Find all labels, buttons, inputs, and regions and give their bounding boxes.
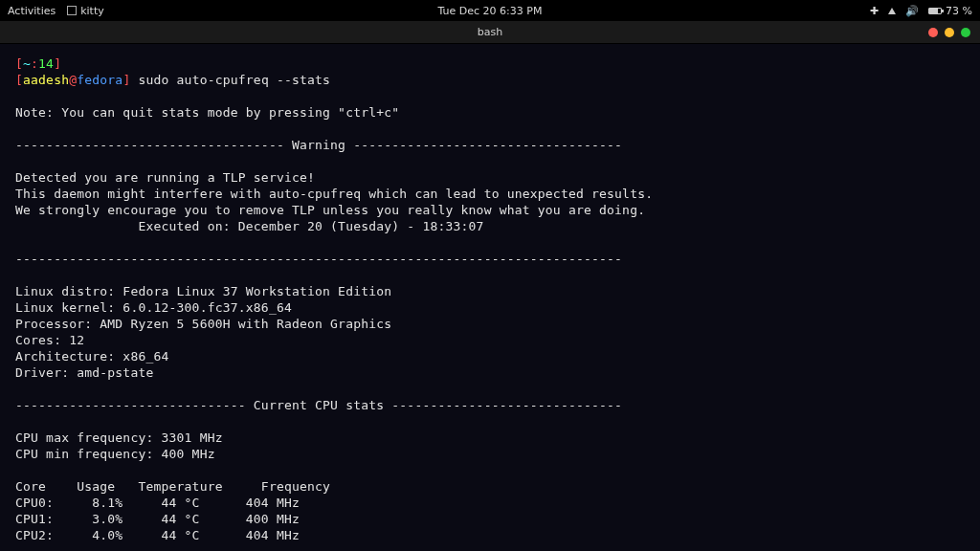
table-row: CPU2: 4.0% 44 °C 404 MHz xyxy=(15,528,300,542)
output-line: Linux kernel: 6.0.12-300.fc37.x86_64 xyxy=(15,300,292,315)
app-menu[interactable]: kitty xyxy=(67,5,104,17)
output-line: Note: You can quit stats mode by pressin… xyxy=(15,105,399,120)
battery-icon xyxy=(928,8,942,14)
table-row: CPU1: 3.0% 44 °C 400 MHz xyxy=(15,512,300,526)
output-line: ----------------------------------------… xyxy=(15,252,622,266)
gnome-topbar: Activities kitty Tue Dec 20 6:33 PM ✚ 🔊 … xyxy=(0,0,980,21)
output-line: CPU max frequency: 3301 MHz xyxy=(15,430,223,445)
prompt-tilde: ~ xyxy=(23,56,31,71)
prompt-history: 14 xyxy=(38,56,54,71)
network-icon xyxy=(888,8,896,14)
output-line: ----------------------------------- Warn… xyxy=(15,138,622,152)
prompt-host: fedora xyxy=(77,73,122,87)
window-titlebar: bash xyxy=(0,21,980,44)
prompt-bracket: [ xyxy=(15,56,23,71)
terminal[interactable]: [~:14] [aadesh@fedora] sudo auto-cpufreq… xyxy=(0,44,980,551)
app-icon xyxy=(67,6,77,15)
output-line: Executed on: December 20 (Tuesday) - 18:… xyxy=(15,219,484,233)
volume-icon: 🔊 xyxy=(905,5,919,17)
output-line: Linux distro: Fedora Linux 37 Workstatio… xyxy=(15,284,391,298)
output-line: Processor: AMD Ryzen 5 5600H with Radeon… xyxy=(15,317,391,331)
output-line: Architecture: x86_64 xyxy=(15,349,169,364)
window-controls xyxy=(928,28,970,37)
accessibility-icon: ✚ xyxy=(870,5,879,17)
output-line: We strongly encourage you to remove TLP … xyxy=(15,203,645,217)
prompt-user: aadesh xyxy=(23,73,69,87)
battery-percent: 73 % xyxy=(946,5,972,17)
prompt-bracket: [ xyxy=(15,73,23,87)
app-name: kitty xyxy=(80,5,104,17)
output-line: Detected you are running a TLP service! xyxy=(15,170,315,185)
prompt-bracket: ] xyxy=(54,56,61,71)
activities-button[interactable]: Activities xyxy=(8,5,56,17)
output-line: CPU min frequency: 400 MHz xyxy=(15,447,215,461)
battery-indicator: 73 % xyxy=(928,5,972,17)
table-row: CPU0: 8.1% 44 °C 404 MHz xyxy=(15,496,300,510)
window-title: bash xyxy=(478,26,502,38)
output-line: Cores: 12 xyxy=(15,333,84,347)
maximize-icon[interactable] xyxy=(961,28,970,37)
status-area[interactable]: ✚ 🔊 73 % xyxy=(870,5,972,17)
close-icon[interactable] xyxy=(928,28,938,37)
clock[interactable]: Tue Dec 20 6:33 PM xyxy=(438,5,543,17)
minimize-icon[interactable] xyxy=(945,28,954,37)
output-line: ------------------------------ Current C… xyxy=(15,398,622,412)
output-line: This daemon might interfere with auto-cp… xyxy=(15,187,653,201)
prompt-colon: : xyxy=(31,56,38,71)
command-text: sudo auto-cpufreq --stats xyxy=(130,73,330,87)
table-header: Core Usage Temperature Frequency xyxy=(15,479,330,494)
output-line: Driver: amd-pstate xyxy=(15,365,153,380)
